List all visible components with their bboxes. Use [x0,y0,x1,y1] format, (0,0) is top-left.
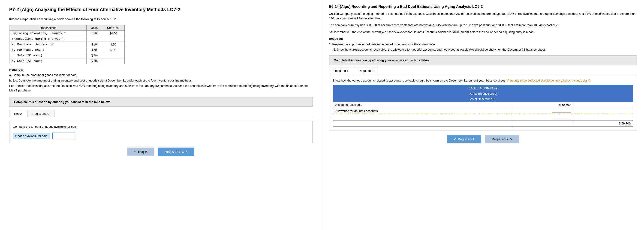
orange-text: (Amounts to be deducted should be indica… [506,79,590,82]
right-panel: E6-14 (Algo) Recording and Reporting a B… [322,0,644,230]
tab-req-a[interactable]: Req A [9,110,27,117]
right-required-item-0: 1. Prepare the appropriate bad debt expe… [329,42,637,47]
bs-row-1-col2 [513,108,573,114]
bs-row-3-col3: $ 69,700 [573,120,633,126]
bs-date: As of December 31 [333,96,633,102]
bs-row-2-col3 [573,114,633,120]
right-next-icon: > [510,138,512,141]
required-item-0: a. Compute the amount of goods available… [9,73,312,77]
row-3-label: b. Purchase, May 1 [10,47,86,53]
row-4-units: (170) [86,53,102,58]
bs-row-3-label [333,120,513,126]
table-row: d. Sale ($6 each) (710) [10,58,125,64]
table-row: c. Sale ($6 each) (170) [10,53,125,58]
required-section: Required: a. Compute the amount of goods… [9,68,312,93]
bs-table: Accounts receivable $ 69,700 Allowance f… [333,102,633,126]
row-4-label: c. Sale ($6 each) [10,53,86,58]
bs-row-0-col3 [573,102,633,108]
left-panel: P7-2 (Algo) Analyzing the Effects of Fou… [0,0,322,230]
left-content-area: Compute the amount of goods available fo… [9,121,312,143]
goods-label: Goods available for sale [13,133,50,139]
row-0-cost: $4.00 [102,30,125,36]
bs-company: CASILDA COMPANY [333,85,633,91]
tabs-row: Req A Req B and C [9,110,312,117]
right-title: E6-14 (Algo) Recording and Reporting a B… [329,4,637,9]
required-item-1: b. & c. Compute the amount of ending inv… [9,78,312,83]
next-button[interactable]: Req B and C > [158,148,194,156]
table-row: Transactions during the year: [10,36,125,42]
row-5-cost [102,58,125,64]
table-row: Beginning inventory, January 1 410 $4.00 [10,30,125,36]
left-intro: Kirtland Corporation's accounting record… [9,17,312,22]
right-nav-buttons: < Required 1 Required 2 > [329,135,637,144]
goods-row: Goods available for sale [13,132,309,139]
right-para-2: At December 31, the end of the current y… [329,30,637,34]
balance-sheet-wrapper: CASILDA COMPANY Partial Balance sheet As… [332,85,634,127]
right-complete-box: Complete this question by entering your … [329,56,637,65]
row-0-label: Beginning inventory, January 1 [10,30,86,36]
right-prev-label: Required 1 [458,138,474,141]
row-0-units: 410 [86,30,102,36]
right-prev-icon: < [454,138,456,141]
right-tabs-row: Required 1 Required 2 [329,67,637,75]
prev-label: Req A [138,150,147,154]
required-item-2: For Specific identification, assume the … [9,84,312,92]
left-nav-buttons: < Req A Req B and C > [9,148,312,156]
bs-title: Partial Balance sheet [333,91,633,96]
right-tab-required-2[interactable]: Required 2 [354,67,378,74]
next-label: Req B and C [164,150,184,154]
goods-input[interactable] [52,132,75,139]
bs-row-2-col2 [513,114,573,120]
row-3-units: 470 [86,47,102,53]
required-label: Required: [9,68,312,72]
row-2-label: a. Purchase, January 30 [10,42,86,47]
bs-row-1: Allowance for doubtful accounts [333,108,633,114]
col-units: Units [86,25,102,30]
bs-allowance-input[interactable] [552,109,570,113]
col-unit-cost: Unit Cost [102,25,125,30]
bs-row-0: Accounts receivable $ 69,700 [333,102,633,108]
row-1-units [86,36,102,42]
left-title: P7-2 (Algo) Analyzing the Effects of Fou… [9,7,312,12]
right-next-label: Required 2 [492,138,508,141]
right-para-1: The company currently has $50,000 of acc… [329,23,637,28]
row-1-label: Transactions during the year: [10,36,86,42]
bs-row-2 [333,114,633,120]
inventory-table: Transactions Units Unit Cost Beginning i… [9,25,125,64]
right-tab-required-1[interactable]: Required 1 [329,67,354,74]
bs-row-0-col2: $ 69,700 [513,102,573,108]
show-text: Show how the various accounts related to… [332,78,634,83]
bs-input-2[interactable] [552,116,570,119]
right-para-0: Casilda Company uses the aging method to… [329,12,637,20]
next-icon: > [186,150,188,154]
prev-button[interactable]: < Req A [128,148,154,156]
table-row: b. Purchase, May 1 470 5.00 [10,47,125,53]
right-content-area: Show how the various accounts related to… [329,75,637,131]
row-2-cost: 3.50 [102,42,125,47]
complete-box: Complete this question by entering your … [9,97,312,107]
row-5-label: d. Sale ($6 each) [10,58,86,64]
bs-row-0-label: Accounts receivable [333,102,513,108]
row-4-cost [102,53,125,58]
right-required-section: Required: 1. Prepare the appropriate bad… [329,36,637,52]
right-required-label: Required: [329,36,637,41]
right-prev-button[interactable]: < Required 1 [447,135,481,144]
table-row: a. Purchase, January 30 310 3.50 [10,42,125,47]
content-description: Compute the amount of goods available fo… [13,124,309,129]
row-5-units: (710) [86,58,102,64]
bs-row-1-label: Allowance for doubtful accounts [333,108,513,114]
bs-row-3-col2 [513,120,573,126]
right-required-item-1: 2. Show how gross accounts receivable, t… [329,47,637,52]
right-next-button[interactable]: Required 2 > [485,135,519,144]
col-transactions: Transactions [10,25,86,30]
bs-row-1-col3 [573,108,633,114]
row-1-cost [102,36,125,42]
row-3-cost: 5.00 [102,47,125,53]
prev-icon: < [134,150,136,154]
tab-req-b-c[interactable]: Req B and C [28,110,54,117]
bs-row-3: $ 69,700 [333,120,633,126]
bs-row-2-label [333,114,513,120]
row-2-units: 310 [86,42,102,47]
